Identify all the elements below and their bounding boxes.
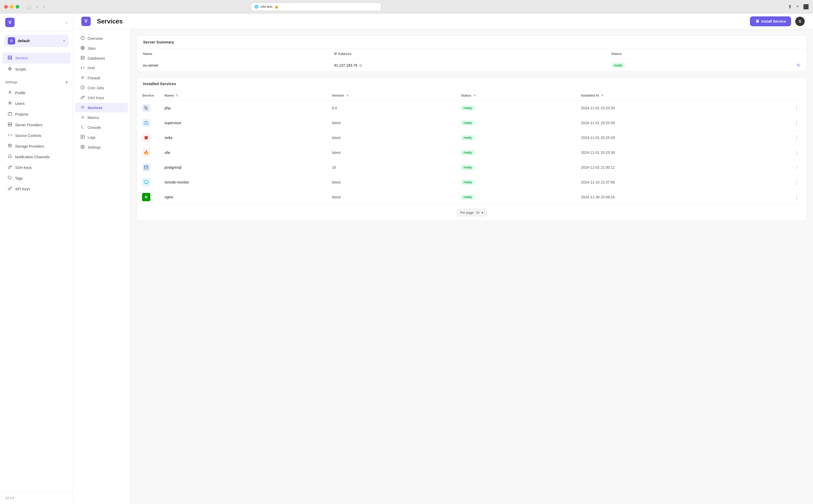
ufw-icon: 🔥 <box>142 148 150 157</box>
sidebar: V ‹ D default ▾ Servers Scripts Set <box>0 14 73 504</box>
status-badge: ready <box>461 150 474 155</box>
sidebar-item-projects-label: Projects <box>15 112 28 116</box>
service-installed-at-cell: 2024-11-01 20:25:39 <box>575 101 787 116</box>
installed-at-sort-icon: ⇅ <box>601 94 603 97</box>
sidebar-item-source-controls[interactable]: Source Controls <box>2 130 71 141</box>
sub-nav-metrics-label: Metrics <box>87 116 99 120</box>
sub-nav-firewall-label: Firewall <box>87 76 100 80</box>
sidebar-header: V ‹ <box>0 14 73 31</box>
services-col-installed-at[interactable]: Installed At ⇅ <box>575 90 787 101</box>
installed-services-header: Installed Services <box>137 77 806 90</box>
sidebar-item-notification-channels[interactable]: Notification Channels <box>2 152 71 162</box>
service-version-cell: latest <box>327 130 456 145</box>
address-bar[interactable]: 🌐 vito.test 🔒 <box>251 3 381 11</box>
svg-point-5 <box>9 102 10 103</box>
sub-nav-services[interactable]: Services <box>75 103 128 112</box>
window-toggle-btn[interactable]: ⬜ <box>24 3 33 10</box>
sidebar-item-scripts-label: Scripts <box>15 67 26 71</box>
minimize-traffic-light[interactable] <box>10 5 14 9</box>
status-badge: ready <box>461 135 474 140</box>
settings-collapse-icon[interactable]: ▾ <box>66 80 67 84</box>
version-label: V2.0.0 <box>5 496 14 500</box>
tabs-icon[interactable]: ⬛ <box>803 4 809 10</box>
browser-actions: ⬆ + ⬛ <box>788 4 809 10</box>
sidebar-item-servers[interactable]: Servers <box>2 53 71 64</box>
service-status-cell: ready <box>456 145 576 160</box>
user-avatar[interactable]: S <box>795 17 805 26</box>
service-more-button[interactable]: ⋮ <box>792 104 801 112</box>
app-layout: V ‹ D default ▾ Servers Scripts Set <box>0 14 813 504</box>
svg-rect-34 <box>144 180 148 183</box>
services-col-status[interactable]: Status ⇅ <box>456 90 576 101</box>
back-btn[interactable]: ‹ <box>35 3 39 10</box>
service-icon-cell <box>137 160 159 175</box>
sub-nav-sites[interactable]: Sites <box>75 43 128 53</box>
close-traffic-light[interactable] <box>4 5 8 9</box>
sidebar-item-projects[interactable]: Projects <box>2 109 71 119</box>
sidebar-item-servers-label: Servers <box>15 56 28 60</box>
services-col-name[interactable]: Name ⇅ <box>159 90 327 101</box>
service-more-button[interactable]: ⋮ <box>792 163 801 172</box>
version-sort-icon: ⇅ <box>346 94 349 97</box>
scripts-icon <box>7 66 12 72</box>
service-name-cell: ufw <box>159 145 327 160</box>
sub-nav-databases[interactable]: Databases <box>75 53 128 63</box>
sub-nav-logs[interactable]: Logs <box>75 133 128 142</box>
sub-nav-php[interactable]: PHP <box>75 63 128 73</box>
sub-nav-console[interactable]: Console <box>75 123 128 132</box>
notification-channels-icon <box>7 154 12 160</box>
sub-nav-settings[interactable]: Settings <box>75 142 128 152</box>
service-more-button[interactable]: ⋮ <box>792 178 801 186</box>
sidebar-item-profile[interactable]: Profile <box>2 88 71 98</box>
sidebar-item-storage-providers[interactable]: Storage Providers <box>2 141 71 152</box>
per-page-selector[interactable]: Per page 10 ▾ <box>456 209 487 216</box>
svg-point-18 <box>82 77 83 78</box>
service-more-button[interactable]: ⋮ <box>792 134 801 142</box>
table-row: N nginx latest ready 2024-11-30 20:08:16… <box>137 190 806 205</box>
svg-point-29 <box>82 146 83 147</box>
service-status-cell: ready <box>456 190 576 205</box>
refresh-server-icon[interactable]: ↻ <box>797 63 800 68</box>
service-more-button[interactable]: ⋮ <box>792 119 801 127</box>
sidebar-collapse-btn[interactable]: ‹ <box>66 20 67 25</box>
settings-nav-section: Profile Users Projects Server Providers <box>0 85 73 197</box>
sidebar-item-server-providers-label: Server Providers <box>15 123 42 127</box>
source-controls-icon <box>7 133 12 138</box>
server-summary-card: Server Summary Name IP Address Status eu… <box>136 35 807 72</box>
share-icon[interactable]: ⬆ <box>788 4 792 10</box>
per-page-chevron-icon: ▾ <box>481 211 483 215</box>
sidebar-item-server-providers[interactable]: Server Providers <box>2 120 71 130</box>
server-summary-header: Server Summary <box>137 36 806 49</box>
new-tab-icon[interactable]: + <box>796 4 799 10</box>
install-service-button[interactable]: 🖥 Install Service <box>750 16 791 26</box>
service-installed-at-cell: 2024-11-15 22:37:58 <box>575 175 787 190</box>
service-more-button[interactable]: ⋮ <box>792 193 801 201</box>
service-more-button[interactable]: ⋮ <box>792 148 801 157</box>
sidebar-item-ssh-keys[interactable]: SSH Keys <box>2 162 71 173</box>
sub-nav-overview[interactable]: Overview <box>75 34 128 43</box>
copy-ip-icon[interactable]: ⧉ <box>359 63 362 68</box>
sub-nav-ssh-keys[interactable]: SSH Keys <box>75 93 128 103</box>
forward-btn[interactable]: › <box>41 3 46 10</box>
sidebar-item-api-keys[interactable]: API Keys <box>2 184 71 194</box>
sub-nav-firewall[interactable]: Firewall <box>75 73 128 83</box>
services-col-version[interactable]: Version ⇅ <box>327 90 456 101</box>
php-icon: 🐘 <box>142 104 150 112</box>
sidebar-item-tags[interactable]: Tags <box>2 173 71 184</box>
status-badge: ready <box>461 165 474 170</box>
sub-nav-cron-jobs[interactable]: Cron Jobs <box>75 83 128 93</box>
svg-point-12 <box>8 144 11 145</box>
maximize-traffic-light[interactable] <box>16 5 19 9</box>
sub-nav-metrics[interactable]: Metrics <box>75 113 128 122</box>
sub-nav-php-label: PHP <box>87 66 95 70</box>
cron-jobs-icon <box>80 85 85 90</box>
service-version-cell: 16 <box>327 160 456 175</box>
service-status-cell: ready <box>456 116 576 130</box>
sidebar-item-users[interactable]: Users <box>2 98 71 109</box>
services-col-actions <box>787 90 806 101</box>
server-name: eu-server <box>137 59 328 72</box>
sidebar-item-scripts[interactable]: Scripts <box>2 64 71 75</box>
browser-controls: ⬜ ‹ › <box>24 3 46 10</box>
service-icon-cell: 🔥 <box>137 145 159 160</box>
workspace-selector[interactable]: D default ▾ <box>4 35 68 47</box>
